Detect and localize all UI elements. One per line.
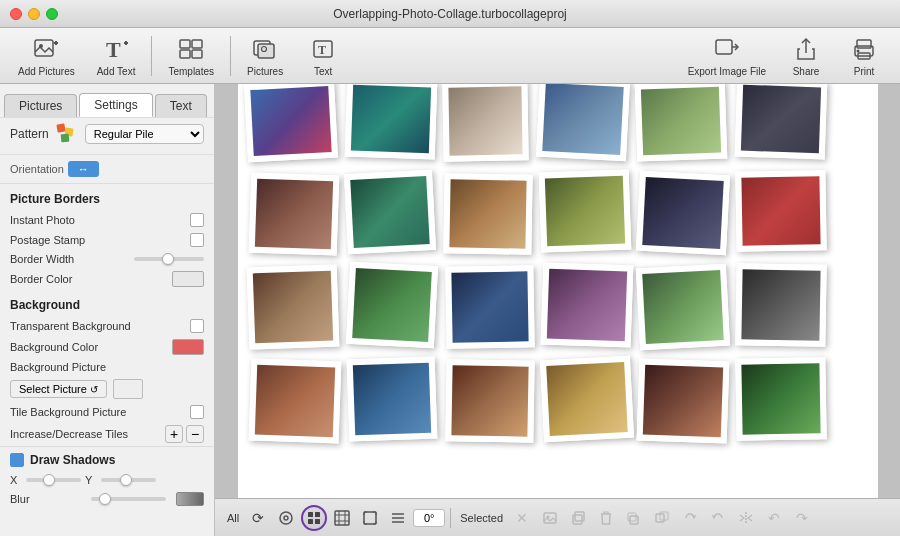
flip-h-button[interactable] <box>733 505 759 531</box>
y-slider[interactable] <box>101 478 156 482</box>
photo-24[interactable] <box>735 357 826 441</box>
border-color-swatch[interactable] <box>172 271 204 287</box>
expand-button[interactable] <box>329 505 355 531</box>
background-title: Background <box>0 290 214 316</box>
bt-separator-1 <box>450 508 451 528</box>
equal-spacing-button[interactable] <box>385 505 411 531</box>
copy-button[interactable] <box>565 505 591 531</box>
add-pictures-icon <box>32 35 60 63</box>
photo-9[interactable] <box>443 173 532 255</box>
redo-button[interactable]: ↷ <box>789 505 815 531</box>
y-label: Y <box>85 474 97 486</box>
photo-8[interactable] <box>343 170 435 254</box>
border-width-label: Border Width <box>10 253 128 265</box>
draw-shadows-checkbox[interactable] <box>10 453 24 467</box>
tab-settings[interactable]: Settings <box>79 93 152 117</box>
photo-11[interactable] <box>635 171 729 256</box>
x-label: X <box>10 474 22 486</box>
transparent-bg-checkbox[interactable] <box>190 319 204 333</box>
photo-23[interactable] <box>636 358 729 443</box>
add-pictures-button[interactable]: Add Pictures <box>8 31 85 81</box>
svg-rect-8 <box>192 40 202 48</box>
tile-bg-label: Tile Background Picture <box>10 406 184 418</box>
svg-rect-16 <box>716 40 732 54</box>
photo-12[interactable] <box>735 170 826 252</box>
svg-rect-29 <box>315 512 320 517</box>
share-button[interactable]: Share <box>778 31 834 81</box>
photo-15[interactable] <box>445 265 534 349</box>
grid-view-button[interactable] <box>301 505 327 531</box>
export-button[interactable]: Export Image File <box>678 31 776 81</box>
bg-color-swatch[interactable] <box>172 339 204 355</box>
trash-button[interactable] <box>593 505 619 531</box>
border-width-slider[interactable] <box>134 257 204 261</box>
maximize-button[interactable] <box>46 8 58 20</box>
xy-row: X Y <box>0 471 214 489</box>
share-icon <box>792 35 820 63</box>
orientation-button[interactable]: ↔ <box>68 161 99 177</box>
instant-photo-checkbox[interactable] <box>190 213 204 227</box>
photo-19[interactable] <box>248 358 341 443</box>
rotate-cw-button[interactable] <box>677 505 703 531</box>
postage-stamp-checkbox[interactable] <box>190 233 204 247</box>
decrease-button[interactable]: − <box>186 425 204 443</box>
photo-21[interactable] <box>445 359 534 443</box>
pattern-select[interactable]: Regular Pile <box>85 124 204 144</box>
degree-button[interactable]: 0° <box>413 509 445 527</box>
tile-bg-checkbox[interactable] <box>190 405 204 419</box>
photo-10[interactable] <box>538 169 631 252</box>
close-selected-button[interactable]: ✕ <box>509 505 535 531</box>
degree-label: 0° <box>424 512 435 524</box>
increase-button[interactable]: + <box>165 425 183 443</box>
minimize-button[interactable] <box>28 8 40 20</box>
photo-18[interactable] <box>735 263 826 347</box>
back-button[interactable] <box>649 505 675 531</box>
templates-button[interactable]: Templates <box>158 31 224 81</box>
collage-canvas[interactable] <box>215 84 900 498</box>
select-picture-button[interactable]: Select Picture ↺ <box>10 380 107 398</box>
window-title: Overlapping-Photo-Collage.turbocollagepr… <box>333 7 566 21</box>
print-button[interactable]: Print <box>836 31 892 81</box>
transparent-bg-label: Transparent Background <box>10 320 184 332</box>
refresh-button[interactable]: ⟳ <box>245 505 271 531</box>
instant-photo-label: Instant Photo <box>10 214 184 226</box>
text-toolbar-button[interactable]: T Text <box>295 31 351 81</box>
image-selected-button[interactable] <box>537 505 563 531</box>
photo-14[interactable] <box>345 262 437 348</box>
shuffle-button[interactable] <box>273 505 299 531</box>
photo-6[interactable] <box>734 84 827 160</box>
export-icon <box>713 35 741 63</box>
photo-20[interactable] <box>346 356 437 441</box>
tab-pictures[interactable]: Pictures <box>4 94 77 117</box>
photo-22[interactable] <box>539 356 633 443</box>
front-button[interactable] <box>621 505 647 531</box>
bottom-toolbar: All ⟳ <box>215 498 900 536</box>
all-label: All <box>223 512 243 524</box>
blur-slider[interactable] <box>91 497 166 501</box>
rotate-ccw-button[interactable] <box>705 505 731 531</box>
photo-4[interactable] <box>535 84 629 161</box>
add-text-button[interactable]: T Add Text <box>87 31 146 81</box>
photo-2[interactable] <box>344 84 437 160</box>
border-width-row: Border Width <box>0 250 214 268</box>
close-button[interactable] <box>10 8 22 20</box>
x-slider[interactable] <box>26 478 81 482</box>
photo-17[interactable] <box>635 264 729 351</box>
photo-7[interactable] <box>248 172 339 255</box>
pictures-toolbar-button[interactable]: Pictures <box>237 31 293 81</box>
svg-point-22 <box>857 49 860 52</box>
tab-text[interactable]: Text <box>155 94 207 117</box>
border-color-label: Border Color <box>10 273 166 285</box>
pattern-label: Pattern <box>10 127 49 141</box>
select-picture-label: Select Picture <box>19 383 87 395</box>
photo-13[interactable] <box>246 264 339 349</box>
zoom-fit-button[interactable] <box>357 505 383 531</box>
svg-text:T: T <box>318 43 326 57</box>
photo-3[interactable] <box>442 84 528 162</box>
photo-5[interactable] <box>634 84 727 162</box>
svg-text:T: T <box>106 37 121 62</box>
svg-rect-23 <box>56 123 65 132</box>
undo-button[interactable]: ↶ <box>761 505 787 531</box>
photo-1[interactable] <box>244 84 338 162</box>
photo-16[interactable] <box>540 262 633 347</box>
